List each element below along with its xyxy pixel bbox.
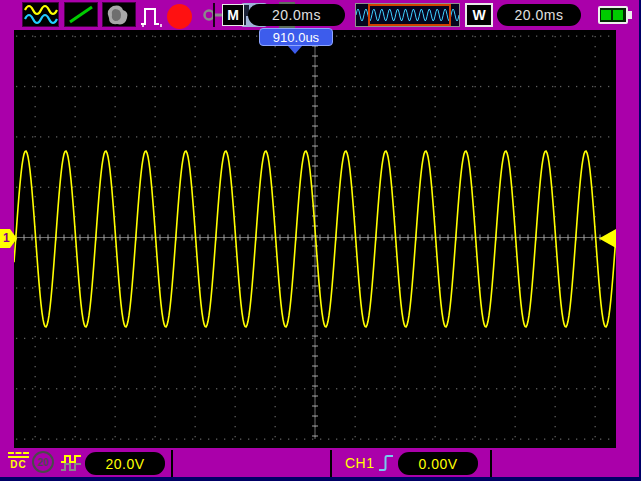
trigger-source-label: CH1 <box>345 455 375 471</box>
preview-zoom-window[interactable] <box>368 4 451 26</box>
record-icon[interactable] <box>167 4 192 29</box>
graticule-and-trace <box>14 30 616 448</box>
trigger-rising-edge-icon[interactable] <box>378 452 396 478</box>
window-timebase-readout[interactable]: 20.0ms <box>497 4 581 26</box>
main-timebase-label: M <box>222 4 244 26</box>
coupling-dc-icon[interactable]: DC <box>8 452 29 470</box>
window-timebase-value: 20.0ms <box>515 7 564 23</box>
volts-per-div-value: 20.0V <box>105 456 144 472</box>
oscilloscope-screen: M 20.0ms W 20.0ms 910.0us 1 DC 20 <box>0 0 641 481</box>
dc-solid-line <box>8 456 29 458</box>
coupling-label: DC <box>8 459 29 470</box>
battery-nub <box>628 11 632 19</box>
channel1-marker-label: 1 <box>3 231 10 245</box>
bandwidth-limit-icon[interactable]: 20 <box>32 451 54 473</box>
battery-cell <box>601 10 611 20</box>
trigger-position-tooltip[interactable]: 910.0us <box>259 28 333 46</box>
bottombar-separator <box>171 450 173 477</box>
trigger-source-value: CH1 <box>345 455 375 471</box>
waveform-display[interactable] <box>14 30 616 448</box>
toolbar-separator <box>213 3 215 27</box>
main-timebase-value: 20.0ms <box>272 7 321 23</box>
battery-icon <box>598 6 628 24</box>
pulse-icon[interactable] <box>139 3 167 32</box>
main-timebase-letter: M <box>227 7 239 23</box>
battery-cell <box>613 10 623 20</box>
screen-bottom-edge <box>0 477 641 481</box>
bottombar-separator <box>490 450 492 477</box>
screenshot-thumbnail-icon[interactable] <box>102 2 136 27</box>
window-timebase-letter: W <box>472 7 485 23</box>
channel-waveforms-icon[interactable] <box>22 2 59 27</box>
bandwidth-value: 20 <box>37 457 48 468</box>
cursor-line-icon[interactable] <box>64 2 98 27</box>
trigger-level-value: 0.00V <box>418 456 457 472</box>
trigger-position-value: 910.0us <box>273 30 319 45</box>
bottombar-separator <box>330 450 332 477</box>
waveform-preview[interactable] <box>355 3 460 27</box>
dc-dashed-line <box>8 452 29 454</box>
probe-squarewave-icon[interactable] <box>60 453 83 477</box>
main-timebase-readout[interactable]: 20.0ms <box>248 4 345 26</box>
volts-per-div-readout[interactable]: 20.0V <box>85 452 165 475</box>
trigger-level-readout[interactable]: 0.00V <box>398 452 478 475</box>
window-timebase-label: W <box>465 3 493 27</box>
trigger-position-pointer-icon <box>288 46 302 54</box>
